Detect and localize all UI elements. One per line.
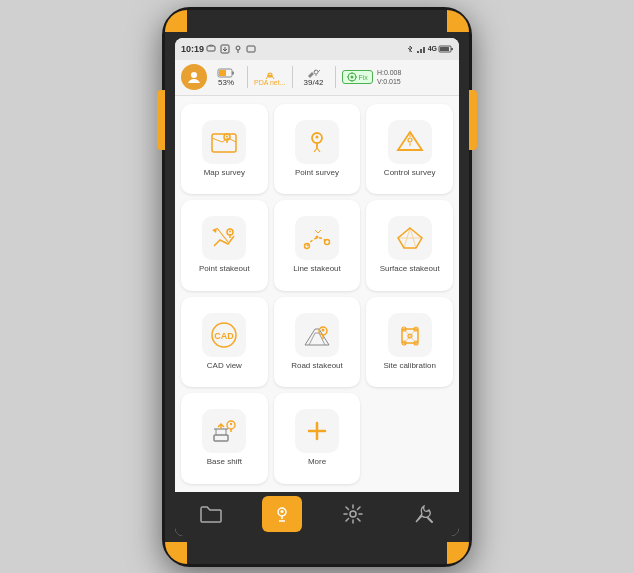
road-stakeout-label: Road stakeout (291, 361, 343, 371)
signal-icon (416, 45, 426, 53)
control-survey-icon-box (388, 120, 432, 164)
surface-stakeout-icon-box (388, 216, 432, 260)
survey-icon (271, 505, 293, 523)
point-stakeout-icon-box (202, 216, 246, 260)
svg-rect-12 (232, 71, 234, 74)
point-survey-icon-box (295, 120, 339, 164)
cad-view-icon-box: CAD (202, 313, 246, 357)
notification-icon (207, 45, 217, 53)
base-shift-label: Base shift (207, 457, 242, 467)
road-stakeout-icon-box (295, 313, 339, 357)
svg-point-48 (230, 423, 232, 425)
point-stakeout-label: Point stakeout (199, 264, 250, 274)
network-indicator: PDA net... (254, 69, 286, 86)
site-calibration-icon-box (388, 313, 432, 357)
nav-folder[interactable] (191, 496, 231, 532)
location-icon-status (233, 45, 243, 53)
svg-rect-8 (451, 48, 453, 50)
svg-line-54 (428, 518, 432, 522)
svg-point-53 (350, 511, 356, 517)
svg-point-20 (350, 76, 353, 79)
status-left: 10:19 (181, 44, 256, 54)
fix-indicator: Fix (342, 70, 373, 84)
more-icon-box (295, 409, 339, 453)
map-survey-icon-box (202, 120, 246, 164)
map-survey-icon (208, 126, 240, 158)
point-survey-label: Point survey (295, 168, 339, 178)
point-survey-icon (301, 126, 333, 158)
satellite-count: 39/42 (304, 78, 324, 87)
avatar[interactable] (181, 64, 207, 90)
svg-rect-46 (214, 435, 228, 441)
svg-rect-13 (219, 70, 226, 76)
surface-stakeout-icon (394, 222, 426, 254)
svg-point-2 (236, 46, 240, 50)
point-stakeout-item[interactable]: Point stakeout (181, 200, 268, 291)
road-stakeout-item[interactable]: Road stakeout (274, 297, 361, 388)
control-survey-item[interactable]: Control survey (366, 104, 453, 195)
screen-icon (246, 45, 256, 53)
settings-icon (343, 504, 363, 524)
network-label: PDA net... (254, 79, 286, 86)
line-stakeout-icon-box (295, 216, 339, 260)
svg-point-30 (408, 138, 412, 142)
svg-point-34 (324, 240, 329, 245)
svg-rect-4 (417, 51, 419, 53)
bottom-nav (175, 492, 459, 536)
v-value: V:0.015 (377, 77, 402, 86)
point-survey-item[interactable]: Point survey (274, 104, 361, 195)
folder-icon (200, 505, 222, 523)
svg-point-52 (280, 510, 283, 513)
surface-stakeout-item[interactable]: Surface stakeout (366, 200, 453, 291)
tools-icon (414, 504, 434, 524)
battery-icon (439, 45, 453, 53)
nav-settings[interactable] (333, 496, 373, 532)
satellite-indicator: 39/42 (299, 68, 329, 87)
svg-text:CAD: CAD (215, 331, 235, 341)
map-survey-item[interactable]: Map survey (181, 104, 268, 195)
4g-label: 4G (428, 45, 437, 52)
fix-label: Fix (359, 74, 368, 81)
svg-point-35 (315, 236, 318, 239)
cad-view-item[interactable]: CAD CAD view (181, 297, 268, 388)
empty-slot (366, 393, 453, 484)
base-shift-icon-box (202, 409, 246, 453)
divider-2 (292, 66, 293, 88)
svg-line-17 (318, 70, 320, 72)
site-calibration-item[interactable]: Site calibration (366, 297, 453, 388)
divider-3 (335, 66, 336, 88)
hv-values: H:0.008 V:0.015 (377, 68, 402, 86)
nav-tools[interactable] (404, 496, 444, 532)
line-stakeout-icon (301, 222, 333, 254)
svg-point-27 (226, 135, 228, 137)
map-survey-label: Map survey (204, 168, 245, 178)
svg-rect-0 (207, 46, 215, 51)
h-value: H:0.008 (377, 68, 402, 77)
svg-rect-9 (440, 47, 449, 51)
surface-stakeout-label: Surface stakeout (380, 264, 440, 274)
device: 10:19 4G (162, 7, 472, 567)
road-stakeout-icon (301, 319, 333, 351)
battery-percent: 53% (218, 78, 234, 87)
svg-point-39 (321, 328, 324, 331)
download-icon (220, 45, 230, 53)
svg-rect-3 (247, 46, 255, 52)
battery-indicator: 53% (211, 68, 241, 87)
site-calibration-icon (394, 319, 426, 351)
base-shift-item[interactable]: Base shift (181, 393, 268, 484)
nav-survey[interactable] (262, 496, 302, 532)
cad-view-label: CAD view (207, 361, 242, 371)
line-stakeout-item[interactable]: Line stakeout (274, 200, 361, 291)
more-icon (301, 415, 333, 447)
svg-rect-6 (423, 47, 425, 53)
top-bar: 53% PDA net... (175, 60, 459, 96)
status-time: 10:19 (181, 44, 204, 54)
base-shift-icon (208, 415, 240, 447)
divider-1 (247, 66, 248, 88)
more-item[interactable]: More (274, 393, 361, 484)
app-grid: Map survey Point survey (175, 96, 459, 492)
status-right: 4G (406, 45, 453, 53)
screen: 10:19 4G (175, 38, 459, 536)
svg-point-10 (191, 72, 197, 78)
status-bar: 10:19 4G (175, 38, 459, 60)
